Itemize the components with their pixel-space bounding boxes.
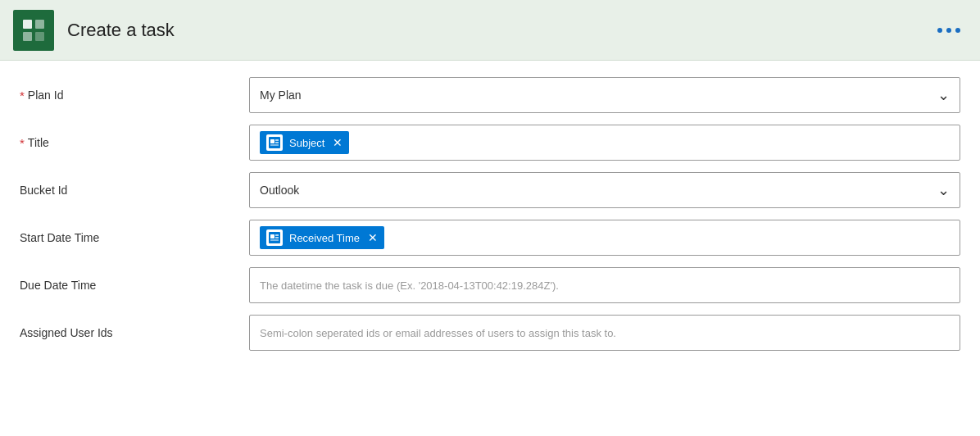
bucket-id-row: Bucket Id Outlook ⌄: [20, 172, 960, 208]
due-date-time-input[interactable]: The datetime the task is due (Ex. '2018-…: [249, 267, 960, 303]
title-row: * Title Subject ✕: [20, 125, 960, 161]
received-time-tag-label: Received Time: [289, 232, 360, 244]
dot3: [955, 28, 960, 33]
svg-rect-6: [275, 139, 279, 141]
svg-rect-1: [35, 20, 44, 29]
outlook-icon: [266, 134, 283, 151]
assigned-user-ids-label: Assigned User Ids: [20, 326, 249, 339]
svg-rect-11: [275, 234, 279, 236]
bucket-id-label: Bucket Id: [20, 184, 249, 197]
due-date-time-label: Due Date Time: [20, 279, 249, 292]
svg-rect-10: [270, 234, 274, 238]
outlook-icon-2: [266, 229, 283, 246]
bucket-id-dropdown[interactable]: Outlook ⌄: [249, 172, 960, 208]
plan-id-row: * Plan Id My Plan ⌄: [20, 77, 960, 113]
page-title: Create a task: [67, 20, 175, 41]
svg-rect-13: [270, 239, 279, 241]
plan-id-label: * Plan Id: [20, 89, 249, 102]
svg-rect-12: [275, 237, 279, 238]
app-icon: [13, 10, 54, 51]
svg-rect-8: [270, 144, 279, 146]
start-date-time-row: Start Date Time Received Time ✕: [20, 220, 960, 256]
plan-id-value: My Plan: [260, 89, 302, 102]
assigned-user-ids-row: Assigned User Ids Semi-colon seperated i…: [20, 315, 960, 351]
svg-rect-0: [23, 20, 32, 29]
form-area: * Plan Id My Plan ⌄ * Title: [0, 61, 980, 379]
bucket-id-chevron-icon: ⌄: [937, 181, 950, 199]
subject-tag: Subject ✕: [260, 131, 349, 154]
plan-id-dropdown[interactable]: My Plan ⌄: [249, 77, 960, 113]
svg-rect-2: [23, 32, 32, 41]
received-time-tag-close[interactable]: ✕: [368, 231, 378, 244]
header-left: Create a task: [13, 10, 175, 51]
header: Create a task: [0, 0, 980, 61]
svg-rect-7: [275, 142, 279, 143]
due-date-time-placeholder: The datetime the task is due (Ex. '2018-…: [260, 279, 559, 292]
svg-rect-5: [270, 139, 274, 143]
due-date-time-row: Due Date Time The datetime the task is d…: [20, 267, 960, 303]
more-options-button[interactable]: [931, 21, 967, 39]
assigned-user-ids-placeholder: Semi-colon seperated ids or email addres…: [260, 327, 616, 339]
received-time-tag: Received Time ✕: [260, 226, 384, 249]
subject-tag-close[interactable]: ✕: [333, 136, 343, 149]
dot1: [937, 28, 942, 33]
start-date-time-input[interactable]: Received Time ✕: [249, 220, 960, 256]
svg-rect-3: [35, 32, 44, 41]
start-date-time-label: Start Date Time: [20, 231, 249, 244]
plan-id-required-star: *: [20, 89, 25, 102]
assigned-user-ids-input[interactable]: Semi-colon seperated ids or email addres…: [249, 315, 960, 351]
subject-tag-label: Subject: [289, 137, 324, 149]
title-label: * Title: [20, 136, 249, 150]
dot2: [946, 28, 951, 33]
bucket-id-value: Outlook: [260, 184, 299, 197]
title-required-star: *: [20, 136, 25, 150]
title-input[interactable]: Subject ✕: [249, 125, 960, 161]
plan-id-chevron-icon: ⌄: [937, 86, 950, 104]
